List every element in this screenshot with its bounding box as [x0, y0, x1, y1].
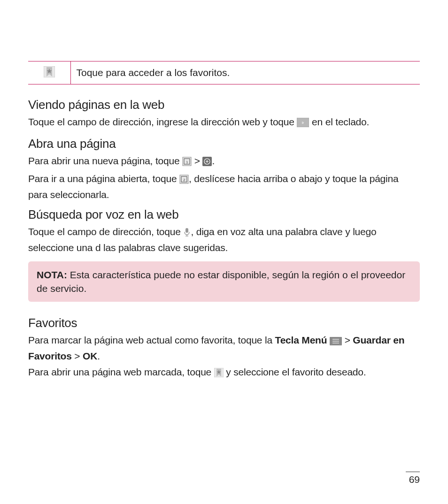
text: Para abrir una página web marcada, toque	[28, 367, 214, 377]
text: .	[212, 155, 215, 166]
plus-circle-icon	[202, 156, 212, 170]
go-key-icon: Ir	[297, 117, 309, 131]
text: Toque el campo de dirección, ingrese la …	[28, 116, 297, 127]
para-abra-1: Para abrir una nueva página, toque 1 > .	[28, 154, 420, 170]
separator-gt: >	[72, 351, 83, 361]
menu-key-icon	[330, 335, 342, 349]
svg-rect-13	[185, 228, 188, 233]
para-fav-1: Para marcar la página web actual como fa…	[28, 333, 420, 363]
text: en el teclado.	[309, 116, 369, 127]
svg-text:Ir: Ir	[302, 121, 304, 125]
star-bookmark-icon	[214, 367, 224, 381]
bold-ok: OK	[83, 351, 97, 361]
note-text: Esta característica puede no estar dispo…	[37, 269, 405, 294]
para-fav-2: Para abrir una página web marcada, toque…	[28, 365, 420, 381]
star-bookmark-icon	[44, 66, 55, 79]
text: Toque el campo de dirección, toque	[28, 226, 183, 237]
para-abra-2: Para ir a una página abierta, toque 2, d…	[28, 172, 420, 202]
text: y seleccione el favorito deseado.	[224, 367, 366, 377]
heading-busqueda-voz: Búsqueda por voz en la web	[28, 207, 420, 222]
separator-gt: >	[192, 155, 202, 166]
para-voz: Toque el campo de dirección, toque , dig…	[28, 225, 420, 255]
text: Para ir a una página abierta, toque	[28, 173, 179, 184]
text: Para abrir una nueva página, toque	[28, 155, 182, 166]
tab-2-icon: 2	[179, 174, 189, 188]
para-viendo: Toque el campo de dirección, ingrese la …	[28, 115, 420, 131]
favorites-access-box: Toque para acceder a los favoritos.	[28, 61, 420, 84]
separator-gt: >	[342, 335, 353, 345]
microphone-icon	[183, 227, 191, 241]
heading-viendo-paginas: Viendo páginas en la web	[28, 98, 420, 112]
tab-1-icon: 1	[182, 156, 192, 170]
note-label: NOTA:	[37, 269, 67, 280]
text: Para marcar la página web actual como fa…	[28, 335, 275, 345]
note-box: NOTA: Esta característica puede no estar…	[28, 261, 420, 302]
favorites-icon-cell	[28, 61, 70, 84]
page-number: 69	[406, 472, 420, 485]
bold-tecla-menu: Tecla Menú	[275, 335, 327, 345]
manual-page: Toque para acceder a los favoritos. Vien…	[0, 0, 448, 381]
text: .	[97, 351, 100, 361]
heading-favoritos: Favoritos	[28, 316, 420, 330]
favorites-access-text: Toque para acceder a los favoritos.	[70, 61, 420, 84]
heading-abra-pagina: Abra una página	[28, 137, 420, 151]
